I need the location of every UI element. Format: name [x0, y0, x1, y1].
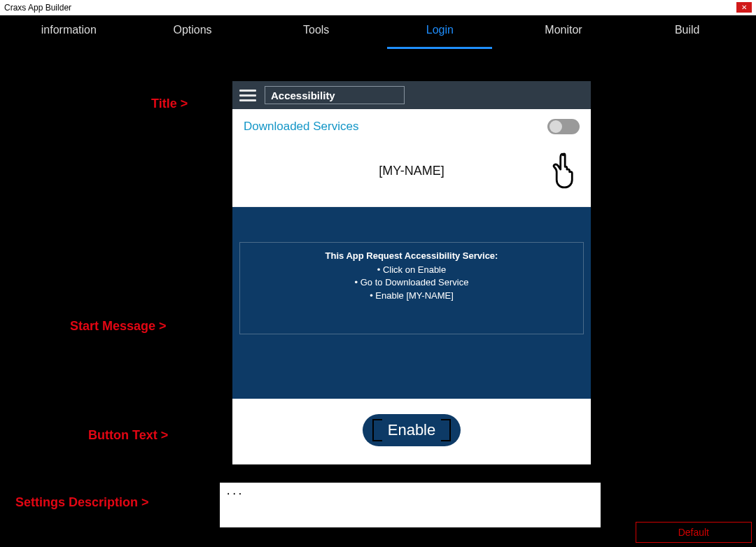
preview-bottom: Enable — [232, 399, 591, 464]
label-button-text: Button Text > — [88, 428, 168, 443]
close-icon: ✕ — [741, 4, 747, 11]
enable-button[interactable]: Enable — [363, 414, 461, 446]
tab-label: Monitor — [545, 24, 582, 36]
tab-options[interactable]: Options — [131, 17, 255, 46]
phone-preview: Downloaded Services [MY-NAME] This App R… — [232, 81, 591, 464]
window-title: Craxs App Builder — [4, 3, 71, 13]
downloaded-services-row: Downloaded Services — [232, 109, 591, 144]
label-settings-description: Settings Description > — [15, 495, 149, 510]
tab-label: information — [41, 24, 97, 36]
settings-description-input[interactable] — [220, 483, 601, 527]
top-tabs: information Options Tools Login Monitor … — [0, 15, 756, 48]
preview-top: Downloaded Services [MY-NAME] — [232, 109, 591, 207]
tab-build[interactable]: Build — [625, 17, 749, 46]
label-start-message: Start Message > — [70, 319, 167, 334]
tab-label: Options — [173, 24, 211, 36]
tab-label: Tools — [303, 24, 329, 36]
message-heading: This App Request Accessibility Service: — [247, 250, 576, 262]
preview-message-area: This App Request Accessibility Service: … — [232, 207, 591, 399]
main-area: Title > Start Message > Button Text > Se… — [0, 48, 756, 547]
toggle-knob — [550, 120, 562, 133]
hamburger-icon[interactable] — [239, 90, 256, 101]
message-line1: • Click on Enable — [247, 264, 576, 276]
myname-row: [MY-NAME] — [232, 144, 591, 206]
enable-button-label: Enable — [388, 421, 436, 439]
preview-header — [232, 81, 591, 109]
downloaded-services-label: Downloaded Services — [244, 120, 358, 134]
start-message-box[interactable]: This App Request Accessibility Service: … — [239, 242, 584, 334]
message-line3: • Enable [MY-NAME] — [247, 290, 576, 302]
tab-monitor[interactable]: Monitor — [502, 17, 626, 46]
default-button[interactable]: Default — [636, 522, 752, 543]
tab-label: Build — [675, 24, 700, 36]
close-window-button[interactable]: ✕ — [736, 2, 752, 13]
pointer-hand-icon — [550, 151, 582, 190]
label-title: Title > — [151, 97, 188, 111]
myname-placeholder: [MY-NAME] — [379, 164, 444, 178]
title-input[interactable] — [265, 86, 405, 104]
tab-label: Login — [426, 24, 454, 36]
message-line2: • Go to Downloaded Service — [247, 276, 576, 289]
tab-tools[interactable]: Tools — [254, 17, 378, 46]
tab-information[interactable]: information — [7, 17, 131, 46]
window-titlebar: Craxs App Builder ✕ — [0, 0, 756, 15]
toggle-switch[interactable] — [547, 119, 580, 134]
tab-login[interactable]: Login — [378, 17, 502, 46]
default-button-label: Default — [678, 527, 709, 538]
